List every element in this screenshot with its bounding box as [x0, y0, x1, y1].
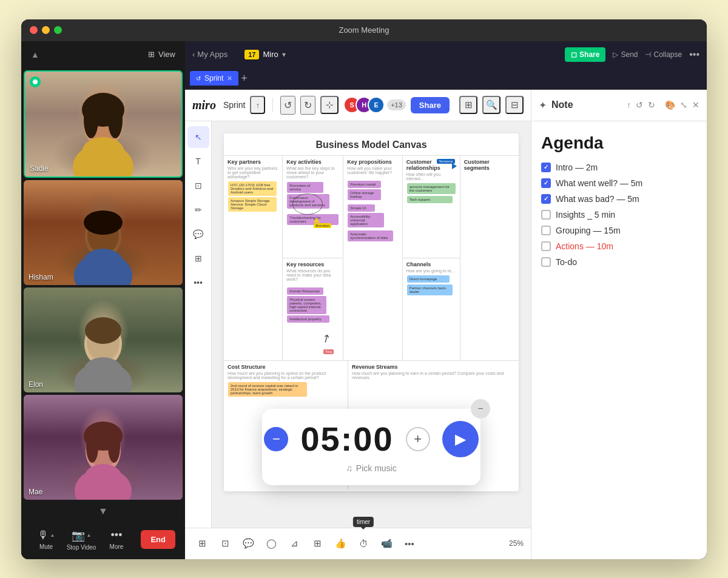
- connector-tool-bottom[interactable]: ⊿: [285, 534, 304, 553]
- sticky-tool-button[interactable]: ⊡: [187, 175, 209, 197]
- frame-tool-button[interactable]: ⊞: [187, 247, 209, 269]
- agenda-checkbox-5[interactable]: [541, 226, 551, 235]
- video-tool-bottom[interactable]: 📹: [377, 534, 396, 553]
- upload-button[interactable]: ↑: [250, 96, 265, 114]
- canvas-bottom-toolbar: ⊞ ⊡ 💬 ◯ ⊿ ⊞ 👍 timer ⏱ 📹 ••• 25%: [185, 528, 531, 559]
- avatar-group: S H E +13: [343, 96, 406, 113]
- timer-play-button[interactable]: ▶: [442, 421, 479, 457]
- svg-point-16: [84, 357, 123, 384]
- end-meeting-button[interactable]: End: [141, 530, 175, 549]
- agenda-checkbox-1[interactable]: ✓: [541, 163, 551, 172]
- sidebar-header: ▲ ⊞ View: [21, 41, 185, 68]
- agenda-checkbox-4[interactable]: [541, 210, 551, 220]
- svg-point-3: [84, 102, 98, 138]
- like-tool-bottom[interactable]: 👍: [331, 534, 350, 553]
- note-redo-button[interactable]: ↻: [648, 100, 655, 110]
- timer-minus-button[interactable]: −: [264, 427, 288, 451]
- note-header: ✦ Note ↑ ↺ ↻ 🎨 ⤡ ✕: [531, 90, 707, 121]
- send-button[interactable]: ▷ Send: [613, 50, 638, 59]
- cursor-tool-button[interactable]: ⊹: [320, 96, 339, 114]
- search-icon[interactable]: 🔍: [482, 96, 500, 114]
- video-grid: Sadie Hisham: [21, 68, 185, 502]
- vp-sticky-3: Simple UI: [348, 204, 375, 212]
- collapse-icon: ⊣: [645, 50, 651, 59]
- kp-sticky-2: Amazon Simple Storage Service: Simple Cl…: [228, 197, 277, 212]
- key-partners-header: Key partners: [228, 159, 278, 165]
- cost-structure-sub: How much are you planning to spend on th…: [228, 371, 344, 380]
- redo-button[interactable]: ↻: [300, 96, 315, 115]
- note-undo-button[interactable]: ↺: [636, 100, 643, 110]
- undo-button[interactable]: ↺: [280, 96, 295, 115]
- shape-tool-bottom[interactable]: ◯: [261, 534, 281, 553]
- checkmark-icon-1: ✓: [544, 164, 548, 170]
- close-button[interactable]: [30, 26, 38, 34]
- note-body: Agenda ✓ Intro — 2m ✓: [531, 121, 707, 559]
- timer-plus-button[interactable]: +: [406, 427, 430, 451]
- key-resources-sub: What resources do you need to make your …: [286, 269, 339, 281]
- canvas-tools-left: ↖ T ⊡ ✏ 💬 ⊞ •••: [185, 121, 212, 528]
- miro-area: ‹ My Apps 17 Miro ▾ ◻ Share ▷ Send: [185, 41, 707, 559]
- sticky-tool-bottom[interactable]: ⊡: [215, 534, 235, 553]
- more-tools-button[interactable]: •••: [187, 272, 209, 294]
- agenda-checkbox-2[interactable]: ✓: [541, 178, 551, 188]
- canvas-main[interactable]: Business Model Canvas Key partners: [212, 121, 531, 528]
- sidebar: ▲ ⊞ View: [21, 41, 185, 559]
- grid-view-icon[interactable]: ⊟: [505, 96, 524, 114]
- template-tool-bottom[interactable]: ⊞: [308, 534, 327, 553]
- traffic-lights: [30, 26, 62, 34]
- more-label: More: [110, 543, 124, 550]
- select-tool-button[interactable]: ↖: [187, 126, 209, 148]
- timer-music-button[interactable]: ♫ Pick music: [346, 463, 396, 473]
- note-palette-button[interactable]: 🎨: [665, 100, 675, 110]
- miro-dropdown-icon[interactable]: ▾: [282, 50, 286, 59]
- maximize-button[interactable]: [54, 26, 62, 34]
- text-tool-bottom[interactable]: 💬: [238, 534, 258, 553]
- canvas-share-button[interactable]: Share: [411, 97, 450, 113]
- mute-label: Mute: [39, 543, 53, 550]
- miro-toolbar-top: miro Sprint ↑ ↺ ↻ ⊹ S H E: [185, 90, 531, 121]
- pen-tool-button[interactable]: ✏: [187, 199, 209, 221]
- chevron-up-icon[interactable]: ▲: [31, 50, 39, 59]
- agenda-checkbox-7[interactable]: [541, 257, 551, 267]
- tab-close-icon[interactable]: ✕: [227, 75, 232, 82]
- more-button[interactable]: ••• More: [101, 529, 132, 550]
- vp-sticky-4: Accessibility: universal application: [348, 213, 384, 227]
- play-icon: ▶: [455, 431, 466, 448]
- chevron-down-icon[interactable]: ▼: [21, 502, 185, 520]
- zoom-level: 25%: [509, 539, 524, 548]
- timer-minimize-button[interactable]: −: [471, 399, 490, 418]
- timer-tool-bottom[interactable]: timer ⏱: [354, 534, 373, 553]
- participant-name-hisham: Hisham: [29, 273, 53, 281]
- share-screen-button[interactable]: ◻ Share: [565, 47, 605, 62]
- participant-name-elon: Elon: [29, 380, 43, 389]
- note-expand-button[interactable]: ⤡: [680, 100, 687, 110]
- view-button[interactable]: ⊞ View: [148, 50, 175, 59]
- more-tools-bottom[interactable]: •••: [400, 534, 419, 553]
- frame-tool-bottom[interactable]: ⊞: [192, 534, 212, 553]
- mute-arrow[interactable]: ▲: [50, 533, 55, 538]
- note-close-button[interactable]: ✕: [692, 100, 699, 110]
- agenda-checkbox-6[interactable]: [541, 241, 551, 251]
- miro-topbar-right: ◻ Share ▷ Send ⊣ Collapse •••: [565, 47, 699, 62]
- stop-video-button[interactable]: 📷 ▲ Stop Video: [66, 529, 96, 551]
- video-arrow[interactable]: ▲: [87, 533, 92, 538]
- my-apps-button[interactable]: ‹ My Apps: [192, 50, 228, 59]
- add-tab-button[interactable]: +: [241, 72, 248, 85]
- settings-icon[interactable]: ⊞: [459, 96, 477, 114]
- agenda-checkbox-3[interactable]: ✓: [541, 194, 551, 204]
- minimize-button[interactable]: [42, 26, 50, 34]
- text-tool-button[interactable]: T: [187, 150, 209, 172]
- note-star-icon: ✦: [539, 99, 547, 111]
- kr-sticky-2: Physical assets: patents, computers, hig…: [287, 296, 326, 314]
- collapse-button[interactable]: ⊣ Collapse: [645, 50, 682, 59]
- grid-icon: ⊞: [148, 50, 155, 59]
- miro-badge: 17: [244, 50, 259, 59]
- agenda-text-6: Actions — 10m: [556, 241, 697, 251]
- note-share-button[interactable]: ↑: [627, 100, 631, 110]
- agenda-item-6: Actions — 10m: [541, 241, 697, 251]
- microphone-icon: 🎙: [38, 529, 49, 542]
- more-options-button[interactable]: •••: [689, 49, 699, 60]
- mute-button[interactable]: 🎙 ▲ Mute: [31, 529, 61, 550]
- sprint-tab[interactable]: ↺ Sprint ✕: [190, 71, 238, 86]
- comment-tool-button[interactable]: 💬: [187, 223, 209, 245]
